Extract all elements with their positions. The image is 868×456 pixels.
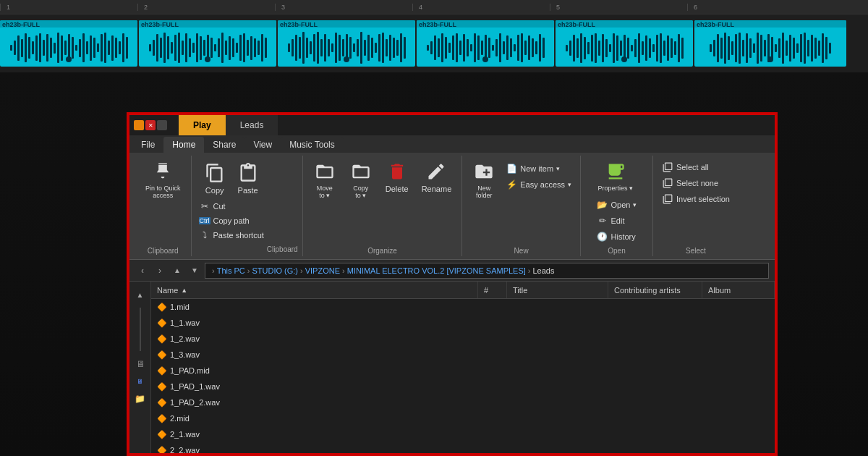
list-item[interactable]: 🔶 1.mid (151, 299, 775, 315)
list-item[interactable]: 🔶 2_2.wav (151, 442, 775, 453)
copy-icon (203, 161, 226, 185)
open-group-label: Open (608, 245, 625, 255)
tab-play[interactable]: Play (179, 115, 226, 135)
paste-shortcut-button[interactable]: ⤵ Paste shortcut (196, 228, 267, 242)
delete-button[interactable]: Delete (381, 157, 413, 196)
paste-button[interactable]: Paste (232, 159, 264, 198)
vlc-icon: 🔶 (157, 430, 167, 439)
ribbon-group-select: Select all Select none Invert selection … (653, 156, 739, 256)
list-item[interactable]: 🔶 1_PAD_2.wav (151, 394, 775, 410)
up-button[interactable]: ▲ (170, 263, 184, 278)
paste-icon (237, 161, 260, 185)
ribbon-tabs: File Home Share View Music Tools (129, 135, 775, 153)
vlc-icon: 🔶 (157, 414, 167, 423)
list-item[interactable]: 🔶 1_3.wav (151, 347, 775, 363)
rename-icon (425, 160, 448, 183)
copy-path-icon: Ctrl (199, 217, 210, 224)
ribbon-toolbar: Pin to Quick access Clipboard Copy (129, 153, 775, 260)
edit-button[interactable]: ✏ Edit (594, 214, 640, 228)
sidebar-icon-2: 🖥 (133, 374, 148, 389)
paste-button-label: Paste (238, 186, 258, 195)
history-icon: 🕐 (597, 231, 608, 242)
properties-button[interactable]: Properties ▾ (594, 157, 638, 195)
vlc-icon: 🔶 (157, 446, 167, 454)
rename-button[interactable]: Rename (417, 157, 456, 196)
col-header-album[interactable]: Album (702, 282, 775, 298)
file-manager-window: ✕ Play Leads File Home Share View Music … (127, 112, 778, 456)
restore-button[interactable] (157, 120, 167, 130)
col-header-num[interactable]: # (478, 282, 507, 298)
col-header-title[interactable]: Title (507, 282, 608, 298)
waveform-clip[interactable]: eh23b-FULL (694, 20, 846, 67)
ribbon-group-clipboard: Copy Paste ✂ (192, 156, 303, 256)
path-part-thispc[interactable]: This PC (217, 266, 245, 275)
new-folder-icon (472, 160, 495, 183)
vlc-icon: 🔶 (157, 334, 167, 344)
new-folder-label: Newfolder (476, 185, 493, 199)
copy-to-icon (349, 160, 373, 183)
vlc-icon: 🔶 (157, 366, 167, 376)
clipboard-small-buttons: ✂ Cut Ctrl Copy path ⤵ Paste shortcut (196, 198, 267, 244)
waveform-clip[interactable]: eh23b-FULL (0, 20, 137, 67)
list-item[interactable]: 🔶 1_PAD.mid (151, 363, 775, 379)
invert-selection-button[interactable]: Invert selection (659, 192, 733, 206)
list-item[interactable]: 🔶 1_1.wav (151, 315, 775, 331)
tab-home[interactable]: Home (163, 137, 204, 153)
tab-view[interactable]: View (244, 137, 281, 153)
list-item[interactable]: 🔶 2.mid (151, 410, 775, 426)
select-all-button[interactable]: Select all (659, 160, 712, 174)
close-button[interactable]: ✕ (145, 120, 156, 130)
col-header-artists[interactable]: Contributing artists (608, 282, 702, 298)
tab-leads[interactable]: Leads (226, 115, 278, 135)
copy-button-label: Copy (205, 186, 224, 195)
tab-share[interactable]: Share (204, 137, 244, 153)
copy-to-label: Copyto ▾ (353, 185, 368, 199)
minimize-button[interactable] (134, 120, 144, 130)
new-label: New (514, 245, 529, 255)
waveform-clip[interactable]: eh23b-FULL (556, 20, 693, 67)
vlc-icon: 🔶 (157, 303, 167, 312)
pin-quick-access-button[interactable]: Pin to Quick access (141, 157, 185, 202)
title-bar-controls: ✕ (129, 120, 171, 130)
list-item[interactable]: 🔶 2_1.wav (151, 426, 775, 442)
rename-label: Rename (422, 185, 452, 193)
new-item-button[interactable]: 📄 New item ▾ (503, 161, 574, 176)
open-button[interactable]: 📂 Open ▾ (594, 198, 640, 212)
easy-access-button[interactable]: ⚡ Easy access ▾ (503, 177, 574, 192)
history-button[interactable]: 🕐 History (594, 229, 640, 244)
pin-icon (151, 160, 174, 183)
move-to-button[interactable]: Moveto ▾ (309, 157, 341, 202)
cut-button[interactable]: ✂ Cut (196, 199, 267, 214)
tab-file[interactable]: File (132, 137, 163, 153)
copy-path-button[interactable]: Ctrl Copy path (196, 215, 267, 227)
path-part-studio[interactable]: STUDIO (G:) (252, 266, 298, 275)
path-part-vipzone[interactable]: VIPZONE (305, 266, 340, 275)
expand-tree-button[interactable]: ▼ (187, 263, 202, 278)
copy-button[interactable]: Copy (199, 159, 231, 198)
waveform-clip[interactable]: eh23b-FULL (278, 20, 415, 67)
open-small-buttons: 📂 Open ▾ ✏ Edit 🕐 History (594, 196, 640, 245)
copy-to-button[interactable]: Copyto ▾ (345, 157, 377, 202)
main-panel: Name ▲ # Title Contributing artists Albu… (151, 282, 775, 453)
new-small-buttons: 📄 New item ▾ ⚡ Easy access ▾ (503, 160, 574, 193)
col-header-name[interactable]: Name ▲ (151, 282, 478, 298)
ribbon-group-open: Properties ▾ 📂 Open ▾ ✏ Edit 🕐 History (581, 156, 653, 256)
path-part-album[interactable]: MINIMAL ELECTRO VOL.2 [VIPZONE SAMPLES] (347, 266, 526, 275)
new-folder-button[interactable]: Newfolder (468, 157, 500, 202)
open-icon: 📂 (597, 199, 608, 211)
file-rows[interactable]: 🔶 1.mid 🔶 1_1.wav (151, 299, 775, 453)
address-path[interactable]: › This PC › STUDIO (G:) › VIPZONE › MINI… (205, 263, 769, 279)
delete-icon (386, 160, 409, 183)
select-none-button[interactable]: Select none (659, 176, 721, 190)
list-item[interactable]: 🔶 1_PAD_1.wav (151, 379, 775, 394)
waveform-clip[interactable]: eh23b-FULL (139, 20, 276, 67)
back-button[interactable]: ‹ (135, 263, 150, 278)
list-item[interactable]: 🔶 1_2.wav (151, 331, 775, 347)
waveform-clip[interactable]: eh23b-FULL (417, 20, 554, 67)
forward-button[interactable]: › (153, 263, 167, 278)
tab-music-tools[interactable]: Music Tools (281, 137, 343, 153)
column-headers: Name ▲ # Title Contributing artists Albu… (151, 282, 775, 299)
new-item-icon: 📄 (506, 163, 517, 174)
vlc-icon: 🔶 (157, 318, 167, 328)
easy-access-icon: ⚡ (506, 179, 517, 190)
